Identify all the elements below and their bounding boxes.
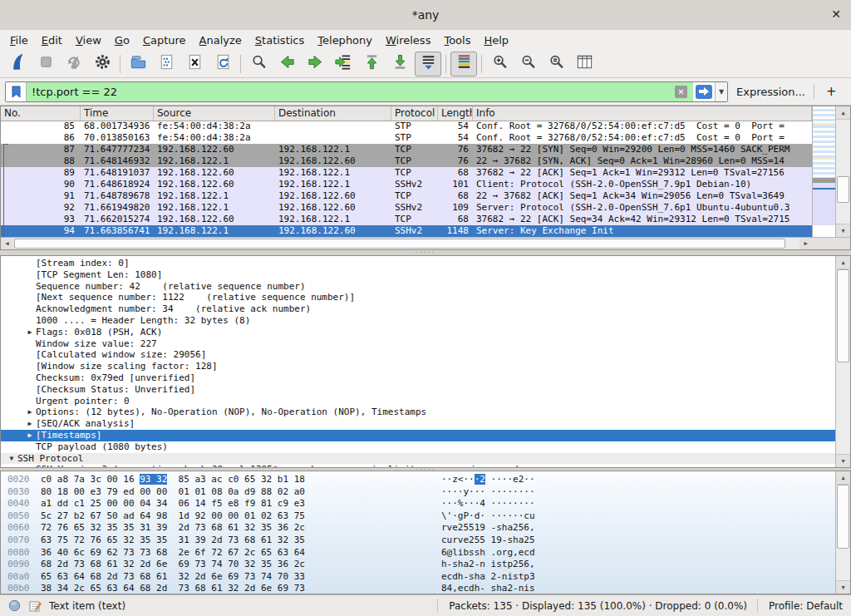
- packet-row-94[interactable]: 9471.663856741192.168.122.1192.168.122.6…: [1, 225, 812, 237]
- detail-row[interactable]: ▶[Timestamps]: [1, 430, 850, 441]
- open-file-button[interactable]: [125, 52, 151, 76]
- expert-info-icon[interactable]: [8, 599, 21, 612]
- packet-row-90[interactable]: 9071.648618924192.168.122.60192.168.122.…: [1, 179, 812, 190]
- hex-row[interactable]: 0020c0 a8 7a 3c 00 16 93 32 85 a3 ac c0 …: [1, 474, 850, 486]
- detail-row[interactable]: 1000 .... = Header Length: 32 bytes (8): [1, 315, 850, 327]
- hex-row[interactable]: 006072 76 65 32 35 35 31 39 2d 73 68 61 …: [1, 522, 850, 535]
- detail-row[interactable]: Window size value: 227: [1, 338, 850, 350]
- hex-row[interactable]: 00b038 34 2c 65 63 64 68 2d 73 68 61 32 …: [1, 583, 850, 594]
- vscroll-thumb[interactable]: [837, 269, 849, 362]
- vscroll-thumb[interactable]: [837, 485, 849, 549]
- hex-row[interactable]: 009068 2d 73 68 61 32 2d 6e 69 73 74 70 …: [1, 559, 850, 571]
- packet-list-vscrollbar[interactable]: ▲ ▼: [835, 106, 850, 237]
- hex-row[interactable]: 00a065 63 64 68 2d 73 68 61 32 2d 6e 69 …: [1, 571, 850, 584]
- detail-row[interactable]: [Calculated window size: 29056]: [1, 349, 850, 361]
- go-to-packet-button[interactable]: [330, 52, 357, 76]
- packet-row-86[interactable]: 8670.013850163fe:54:00:d4:38:2aSTP54Conf…: [1, 132, 812, 144]
- filter-clear-icon[interactable]: ✕: [675, 86, 687, 98]
- detail-row[interactable]: [Checksum Status: Unverified]: [1, 384, 850, 396]
- expander-right-icon[interactable]: ▶: [24, 407, 36, 418]
- menu-telephony[interactable]: Telephony: [311, 32, 379, 48]
- packet-list-hscrollbar[interactable]: ◀ ▶: [1, 237, 812, 249]
- detail-row[interactable]: Checksum: 0x79ed [unverified]: [1, 372, 850, 384]
- hex-row[interactable]: 007063 75 72 76 65 32 35 35 31 39 2d 73 …: [1, 535, 850, 547]
- detail-row[interactable]: Acknowledgment number: 34 (relative ack …: [1, 303, 850, 315]
- packet-row-89[interactable]: 8971.648191037192.168.122.60192.168.122.…: [1, 167, 812, 179]
- scroll-up-arrow-icon[interactable]: ▲: [836, 256, 850, 269]
- menu-file[interactable]: File: [3, 32, 35, 48]
- detail-row[interactable]: Sequence number: 42 (relative sequence n…: [1, 281, 850, 293]
- scroll-up-arrow-icon[interactable]: ▲: [836, 471, 850, 485]
- colorize-button[interactable]: [450, 52, 477, 76]
- vscroll-thumb[interactable]: [837, 176, 849, 203]
- expander-right-icon[interactable]: ▶: [24, 327, 36, 338]
- filter-bookmark-icon[interactable]: [6, 82, 27, 101]
- hex-row[interactable]: 008036 40 6c 69 62 73 73 68 2e 6f 72 67 …: [1, 547, 850, 559]
- menu-go[interactable]: Go: [108, 32, 136, 48]
- detail-row[interactable]: [Window size scaling factor: 128]: [1, 361, 850, 372]
- column-header-source[interactable]: Source: [154, 106, 275, 121]
- scroll-down-arrow-icon[interactable]: ▼: [836, 224, 850, 237]
- column-header-no[interactable]: No.: [1, 106, 81, 121]
- close-file-button[interactable]: [181, 52, 208, 76]
- detail-row[interactable]: TCP payload (1080 bytes): [1, 441, 850, 453]
- status-profile[interactable]: Profile: Default: [769, 600, 843, 612]
- packet-row-85[interactable]: 8568.001734936fe:54:00:d4:38:2aSTP54Conf…: [1, 121, 812, 132]
- column-header-info[interactable]: Info: [473, 106, 812, 121]
- go-back-button[interactable]: [273, 52, 300, 76]
- filter-dropdown-caret[interactable]: ▼: [715, 82, 727, 101]
- scroll-up-arrow-icon[interactable]: ▲: [836, 106, 850, 120]
- zoom-out-button[interactable]: [514, 52, 541, 76]
- menu-wireless[interactable]: Wireless: [379, 32, 437, 48]
- start-capture-button[interactable]: [4, 52, 31, 76]
- packet-row-92[interactable]: 9271.661949820192.168.122.1192.168.122.6…: [1, 202, 812, 214]
- details-vscrollbar[interactable]: ▲▼: [835, 256, 850, 467]
- column-header-destination[interactable]: Destination: [275, 106, 391, 121]
- hex-vscrollbar[interactable]: ▲▼: [835, 471, 850, 594]
- detail-row[interactable]: ▼SSH Protocol: [1, 453, 850, 465]
- expander-down-icon[interactable]: ▼: [6, 453, 17, 465]
- detail-row[interactable]: ▶[SEQ/ACK analysis]: [1, 418, 850, 430]
- menu-statistics[interactable]: Statistics: [248, 32, 311, 48]
- menu-tools[interactable]: Tools: [437, 32, 477, 48]
- go-forward-button[interactable]: [302, 52, 328, 76]
- packet-row-93[interactable]: 9371.662015274192.168.122.60192.168.122.…: [1, 214, 812, 225]
- save-file-button[interactable]: [153, 52, 180, 76]
- last-packet-button[interactable]: [386, 52, 413, 76]
- menu-analyze[interactable]: Analyze: [193, 32, 248, 48]
- zoom-original-button[interactable]: [543, 52, 569, 76]
- add-filter-button[interactable]: +: [821, 84, 842, 99]
- find-packet-button[interactable]: [245, 52, 272, 76]
- display-filter-input[interactable]: !tcp.port == 22 ✕ ▼: [5, 81, 728, 102]
- capture-options-button[interactable]: [89, 52, 116, 76]
- menu-capture[interactable]: Capture: [136, 32, 193, 48]
- first-packet-button[interactable]: [358, 52, 385, 76]
- hex-row[interactable]: 00505c 27 b2 67 50 ad 64 98 1d 92 00 00 …: [1, 510, 850, 523]
- close-window-button[interactable]: ✕: [831, 7, 841, 21]
- menu-edit[interactable]: Edit: [35, 32, 69, 48]
- packet-minimap[interactable]: [812, 106, 835, 237]
- expression-button[interactable]: Expression...: [736, 86, 805, 98]
- hscroll-thumb[interactable]: [14, 239, 785, 249]
- resize-columns-button[interactable]: [571, 52, 598, 76]
- reload-file-button[interactable]: [209, 52, 236, 76]
- column-header-protocol[interactable]: Protocol: [391, 106, 438, 121]
- hex-row[interactable]: 003080 18 00 e3 79 ed 00 00 01 01 08 0a …: [1, 486, 850, 499]
- scroll-left-arrow-icon[interactable]: ◀: [1, 238, 13, 249]
- zoom-in-button[interactable]: [486, 52, 513, 76]
- column-header-length[interactable]: Length: [438, 106, 473, 121]
- packet-row-88[interactable]: 8871.648146932192.168.122.1192.168.122.6…: [1, 155, 812, 167]
- expander-right-icon[interactable]: ▶: [24, 430, 36, 441]
- stop-capture-button[interactable]: [32, 52, 59, 76]
- scroll-right-arrow-icon[interactable]: ▶: [799, 238, 812, 249]
- menu-help[interactable]: Help: [477, 32, 515, 48]
- scroll-down-arrow-icon[interactable]: ▼: [836, 580, 850, 594]
- detail-row[interactable]: [TCP Segment Len: 1080]: [1, 269, 850, 281]
- filter-text[interactable]: !tcp.port == 22: [27, 82, 675, 101]
- restart-capture-button[interactable]: [61, 52, 87, 76]
- detail-row[interactable]: ▶Options: (12 bytes), No-Operation (NOP)…: [1, 407, 850, 418]
- column-header-time[interactable]: Time: [81, 106, 154, 121]
- expander-right-icon[interactable]: ▶: [24, 418, 36, 430]
- menu-view[interactable]: View: [69, 32, 108, 48]
- auto-scroll-button[interactable]: [415, 52, 441, 76]
